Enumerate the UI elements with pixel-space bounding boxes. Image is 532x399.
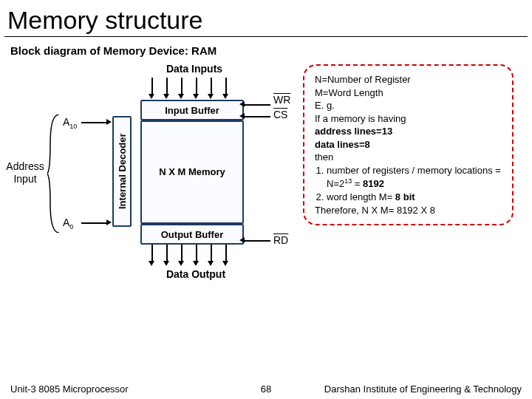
note-list: number of registers / memory locations =… (327, 164, 502, 204)
slide-title: Memory structure (0, 0, 532, 36)
input-buffer-box: Input Buffer (140, 100, 244, 120)
page-number: 68 (261, 383, 271, 395)
note-li2: word length M= 8 bit (327, 191, 502, 204)
address-input-label: Address Input (3, 160, 47, 185)
nxm-memory-label: N X M Memory (159, 166, 225, 179)
footer-left: Unit-3 8085 Microprocessor (10, 383, 129, 395)
note-l1b: M=Word Length (315, 86, 502, 100)
a0-label: A0 (63, 216, 73, 231)
note-l1a: N=Number of Register (315, 73, 502, 86)
note-l6: Therefore, N X M= 8192 X 8 (315, 204, 502, 217)
note-li1: number of registers / memory locations =… (327, 164, 502, 191)
internal-decoder-box: Internal Decoder (112, 116, 132, 227)
slide-subtitle: Block diagram of Memory Device: RAM (0, 37, 532, 57)
data-inputs-label: Data Inputs (154, 63, 235, 75)
nxm-memory-box: N X M Memory (140, 120, 244, 224)
address-brace (47, 115, 62, 233)
rd-label: RD (273, 234, 288, 246)
note-l2: E. g. (315, 99, 502, 112)
note-l5: then (315, 151, 502, 164)
footer: Unit-3 8085 Microprocessor 68 Darshan In… (0, 383, 532, 395)
note-box: N=Number of Register M=Word Length E. g.… (303, 64, 514, 225)
a10-label: A10 (63, 116, 77, 130)
output-buffer-box: Output Buffer (140, 224, 244, 245)
note-l3: If a memory is having (315, 112, 502, 126)
data-output-label: Data Output (151, 268, 240, 280)
wr-label: WR (273, 94, 290, 106)
note-l4b: data lines=8 (315, 138, 502, 151)
cs-label: CS (273, 109, 287, 120)
diagram-area: Data Inputs Input Buffer N X M Memory Ou… (0, 57, 532, 338)
footer-right: Darshan Institute of Engineering & Techn… (324, 383, 522, 395)
note-l4a: address lines=13 (315, 125, 502, 138)
